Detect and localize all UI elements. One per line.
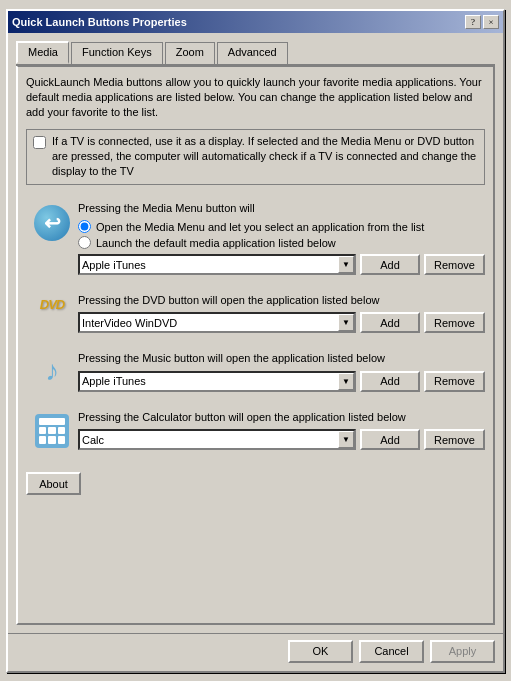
dvd-input-row: InterVideo WinDVD ▼ Add Remove [78,312,485,333]
media-menu-input-row: Apple iTunes ▼ Add Remove [78,254,485,275]
calc-key-6 [58,436,65,443]
calc-label: Pressing the Calculator button will open… [78,410,485,424]
tab-media[interactable]: Media [16,41,69,64]
calc-icon-container [26,410,78,448]
calc-add-button[interactable]: Add [360,429,420,450]
dialog-content: Media Function Keys Zoom Advanced QuickL… [8,33,503,633]
media-radio-launch-label: Launch the default media application lis… [96,237,336,249]
media-menu-section: ↩ Pressing the Media Menu button will Op… [26,197,485,279]
cancel-button[interactable]: Cancel [359,640,424,663]
music-note-icon: ♪ [45,355,59,387]
apply-button[interactable]: Apply [430,640,495,663]
media-menu-label: Pressing the Media Menu button will [78,201,485,215]
title-bar-buttons: ? × [465,15,499,29]
media-radio-row-2: Launch the default media application lis… [78,236,485,249]
tv-checkbox[interactable] [33,136,46,149]
media-menu-icon-container: ↩ [26,201,78,241]
media-icon: ↩ [34,205,70,241]
dvd-dropdown[interactable]: InterVideo WinDVD [78,312,356,333]
music-icon-container: ♪ [26,351,78,387]
music-body: Pressing the Music button will open the … [78,351,485,391]
dvd-icon: DVD [40,297,64,312]
calc-remove-button[interactable]: Remove [424,429,485,450]
music-input-row: Apple iTunes ▼ Add Remove [78,371,485,392]
close-button[interactable]: × [483,15,499,29]
media-radio-open[interactable] [78,220,91,233]
music-add-button[interactable]: Add [360,371,420,392]
calc-key-4 [39,436,46,443]
music-section: ♪ Pressing the Music button will open th… [26,347,485,395]
media-menu-body: Pressing the Media Menu button will Open… [78,201,485,275]
dvd-label: Pressing the DVD button will open the ap… [78,293,485,307]
dvd-section: DVD Pressing the DVD button will open th… [26,289,485,337]
tv-checkbox-row: If a TV is connected, use it as a displa… [26,129,485,185]
media-menu-remove-button[interactable]: Remove [424,254,485,275]
calc-input-row: Calc ▼ Add Remove [78,429,485,450]
calculator-icon [35,414,69,448]
tv-checkbox-label: If a TV is connected, use it as a displa… [52,134,478,180]
calc-key-display [39,418,65,425]
tab-content-media: QuickLaunch Media buttons allow you to q… [16,65,495,625]
media-arrow-icon: ↩ [44,213,61,233]
media-radio-launch[interactable] [78,236,91,249]
media-menu-select-wrapper: Apple iTunes ▼ [78,254,356,275]
music-dropdown[interactable]: Apple iTunes [78,371,356,392]
dialog-title: Quick Launch Buttons Properties [12,16,187,28]
music-select-wrapper: Apple iTunes ▼ [78,371,356,392]
tab-advanced[interactable]: Advanced [217,42,288,64]
calculator-body: Pressing the Calculator button will open… [78,410,485,450]
dvd-remove-button[interactable]: Remove [424,312,485,333]
media-menu-dropdown[interactable]: Apple iTunes [78,254,356,275]
dvd-body: Pressing the DVD button will open the ap… [78,293,485,333]
footer-buttons: OK Cancel Apply [8,633,503,671]
calc-key-5 [48,436,55,443]
help-button[interactable]: ? [465,15,481,29]
calc-key-1 [39,427,46,434]
music-label: Pressing the Music button will open the … [78,351,485,365]
media-menu-add-button[interactable]: Add [360,254,420,275]
calculator-section: Pressing the Calculator button will open… [26,406,485,454]
dvd-select-wrapper: InterVideo WinDVD ▼ [78,312,356,333]
media-description: QuickLaunch Media buttons allow you to q… [26,75,485,121]
ok-button[interactable]: OK [288,640,353,663]
about-button[interactable]: About [26,472,81,495]
tab-bar: Media Function Keys Zoom Advanced [16,42,495,66]
calc-dropdown[interactable]: Calc [78,429,356,450]
tab-function-keys[interactable]: Function Keys [71,42,163,64]
music-remove-button[interactable]: Remove [424,371,485,392]
dvd-add-button[interactable]: Add [360,312,420,333]
media-radio-open-label: Open the Media Menu and let you select a… [96,221,424,233]
calc-key-3 [58,427,65,434]
media-radio-row-1: Open the Media Menu and let you select a… [78,220,485,233]
calc-key-2 [48,427,55,434]
tab-zoom[interactable]: Zoom [165,42,215,64]
dialog-window: Quick Launch Buttons Properties ? × Medi… [6,9,505,673]
title-bar: Quick Launch Buttons Properties ? × [8,11,503,33]
calc-select-wrapper: Calc ▼ [78,429,356,450]
dvd-icon-container: DVD [26,293,78,312]
